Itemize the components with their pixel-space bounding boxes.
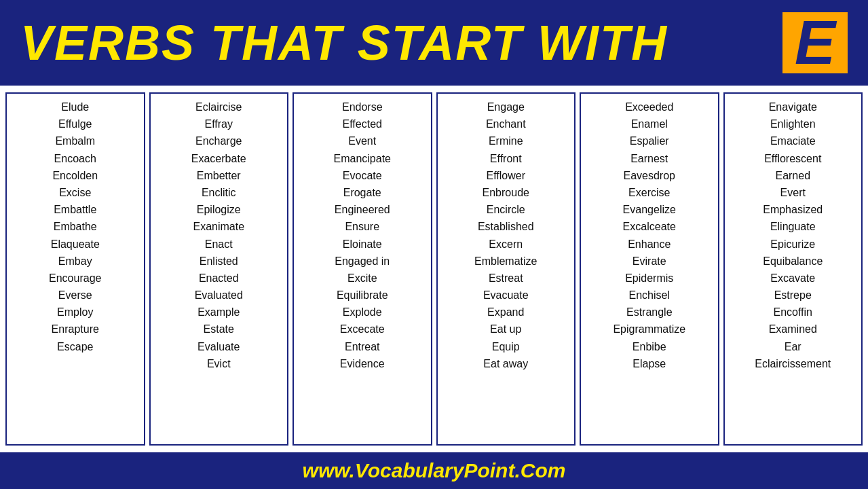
list-item: Encharge	[195, 133, 242, 149]
list-item: Enacted	[199, 270, 239, 286]
list-item: Equip	[492, 339, 520, 355]
list-item: Eat away	[483, 356, 528, 372]
list-item: Evidence	[340, 356, 385, 372]
list-item: Embay	[58, 253, 92, 269]
main-content: EludeEffulgeEmbalmEncoachEncoldenExciseE…	[0, 86, 868, 452]
list-item: Epidermis	[625, 270, 673, 286]
list-item: Enbroude	[483, 185, 529, 200]
list-item: Equibalance	[763, 253, 823, 269]
list-item: Epicurize	[770, 236, 815, 252]
list-item: Encolden	[52, 168, 98, 183]
list-item: Eat up	[490, 321, 521, 337]
list-item: Evict	[207, 356, 231, 372]
list-item: Endorse	[342, 99, 383, 115]
list-item: Emphasized	[763, 202, 823, 217]
list-item: Enclitic	[202, 185, 236, 200]
list-item: Embathe	[54, 219, 97, 234]
list-item: Encoach	[54, 151, 96, 166]
list-item: Enbibe	[633, 339, 666, 355]
list-item: Exercise	[628, 185, 670, 200]
list-item: Engineered	[335, 202, 390, 217]
list-item: Embalm	[55, 133, 95, 149]
list-item: Embattle	[54, 202, 96, 217]
list-item: Effray	[205, 116, 233, 132]
list-item: Emancipate	[334, 151, 392, 166]
list-item: Eclaircissement	[755, 356, 831, 372]
column-5: ExceededEnamelEspalierEarnestEavesdropEx…	[580, 92, 719, 446]
list-item: Effected	[343, 116, 382, 132]
list-item: Elaqueate	[51, 236, 100, 252]
list-item: Ear	[785, 339, 801, 355]
list-item: Estate	[204, 321, 234, 337]
list-item: Evangelize	[623, 202, 676, 217]
list-item: Epigrammatize	[613, 321, 685, 337]
list-item: Enchisel	[629, 287, 670, 303]
list-item: Enavigate	[769, 99, 817, 115]
list-item: Evaluated	[195, 287, 243, 303]
list-item: Effulge	[58, 116, 92, 132]
list-item: Expand	[487, 304, 524, 320]
list-item: Enlisted	[200, 253, 238, 269]
list-item: Exanimate	[193, 219, 244, 234]
list-item: Estrepe	[774, 287, 812, 303]
list-item: Example	[197, 304, 240, 320]
list-item: Elude	[61, 99, 89, 115]
list-item: Excite	[347, 270, 377, 286]
list-item: Efflorescent	[764, 151, 821, 166]
list-item: Excecate	[340, 321, 385, 337]
list-item: Evirate	[633, 253, 666, 269]
list-item: Evacuate	[483, 287, 529, 303]
list-item: Excise	[59, 185, 91, 200]
list-item: Ensure	[345, 219, 379, 234]
header-title: VERBS THAT START WITH	[20, 18, 668, 67]
list-item: Established	[478, 219, 534, 234]
column-6: EnavigateEnlightenEmaciateEfflorescentEa…	[723, 92, 863, 446]
list-item: Enact	[205, 236, 233, 252]
header: VERBS THAT START WITH E	[0, 0, 868, 86]
list-item: Estreat	[489, 270, 523, 286]
page-wrapper: VERBS THAT START WITH E EludeEffulgeEmba…	[0, 0, 868, 489]
list-item: Enamel	[631, 116, 668, 132]
list-item: Epilogize	[197, 202, 241, 217]
list-item: Explode	[343, 304, 382, 320]
list-item: Eclaircise	[195, 99, 242, 115]
footer-url: www.VocabularyPoint.Com	[303, 459, 566, 482]
list-item: Earned	[775, 168, 810, 183]
column-1: EludeEffulgeEmbalmEncoachEncoldenExciseE…	[5, 92, 145, 446]
list-item: Excern	[489, 236, 523, 252]
column-4: EngageEnchantErmineEffrontEfflowerEnbrou…	[436, 92, 576, 446]
footer: www.VocabularyPoint.Com	[0, 452, 868, 489]
list-item: Exceeded	[625, 99, 673, 115]
list-item: Evaluate	[197, 339, 240, 355]
list-item: Escape	[57, 339, 93, 355]
list-item: Emblematize	[474, 253, 537, 269]
list-item: Excavate	[770, 270, 815, 286]
list-item: Emaciate	[770, 133, 816, 149]
list-item: Enrapture	[52, 321, 99, 337]
header-letter: E	[782, 12, 848, 73]
list-item: Exacerbate	[191, 151, 246, 166]
list-item: Encircle	[487, 202, 525, 217]
list-item: Excalceate	[623, 219, 676, 234]
list-item: Espalier	[630, 133, 669, 149]
list-item: Elapse	[633, 356, 666, 372]
column-3: EndorseEffectedEventEmancipateEvocateEro…	[293, 92, 432, 446]
list-item: Evocate	[343, 168, 382, 183]
list-item: Employ	[57, 304, 93, 320]
list-item: Enlighten	[770, 116, 816, 132]
list-item: Evert	[780, 185, 806, 200]
list-item: Event	[348, 133, 376, 149]
list-item: Eloinate	[343, 236, 382, 252]
list-item: Engage	[487, 99, 525, 115]
list-item: Earnest	[630, 151, 668, 166]
list-item: Everse	[58, 287, 92, 303]
list-item: Estrangle	[626, 304, 673, 320]
list-item: Engaged in	[335, 253, 390, 269]
list-item: Encourage	[49, 270, 101, 286]
list-item: Eavesdrop	[624, 168, 676, 183]
list-item: Enchant	[486, 116, 526, 132]
list-item: Enhance	[628, 236, 671, 252]
column-2: EclairciseEffrayEnchargeExacerbateEmbett…	[149, 92, 289, 446]
list-item: Effront	[490, 151, 522, 166]
list-item: Equilibrate	[337, 287, 388, 303]
